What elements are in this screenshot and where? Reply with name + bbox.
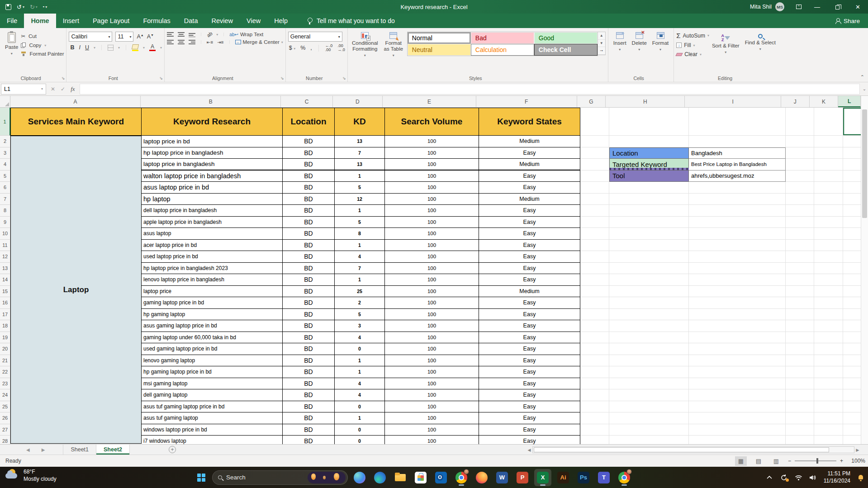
grid-cell[interactable]: asus gaming laptop price in bd [142,320,283,332]
photoshop-taskbar-icon[interactable]: Ps [575,469,592,486]
grid-cell[interactable]: Easy [479,436,580,444]
empty-cell[interactable] [786,263,814,275]
grid-cell[interactable]: 3 [335,320,385,332]
customize-qat-button[interactable]: ⹀▾ [43,4,47,9]
empty-cell[interactable] [689,228,786,240]
teams-taskbar-icon[interactable]: T [595,469,612,486]
row-header-5[interactable]: 5 [0,171,10,182]
empty-cell[interactable] [786,412,814,424]
grid-cell[interactable]: 100 [385,263,479,275]
autosum-button[interactable]: ΣAutoSum▾ [676,32,709,39]
grid-cell[interactable]: BD [283,240,335,251]
grid-cell[interactable]: Medium [479,286,580,298]
empty-cell[interactable] [580,194,609,205]
grid-cell[interactable]: Easy [479,412,580,424]
empty-cell[interactable] [609,343,689,355]
row-header-17[interactable]: 17 [0,309,10,321]
empty-cell[interactable] [609,355,689,367]
grid-cell[interactable]: i7 windows laptop [142,436,283,444]
sheet-tab-sheet1[interactable]: Sheet1 [63,445,96,455]
empty-cell[interactable] [843,251,861,263]
cancel-icon[interactable]: ✕ [51,86,55,92]
row-header-18[interactable]: 18 [0,320,10,332]
zoom-slider-thumb[interactable] [816,458,818,464]
row-header-7[interactable]: 7 [0,194,10,205]
empty-cell[interactable] [786,424,814,436]
empty-cell[interactable] [609,217,689,228]
empty-cell[interactable] [786,320,814,332]
grid-cell[interactable]: Easy [479,424,580,436]
grid-cell[interactable]: BD [283,136,335,147]
empty-cell[interactable] [580,205,609,217]
grid-cell[interactable]: BD [283,309,335,321]
empty-cell[interactable] [580,366,609,378]
empty-cell[interactable] [814,217,843,228]
tab-home[interactable]: Home [24,14,56,28]
grid-cell[interactable]: 13 [335,136,385,147]
empty-cell[interactable] [843,309,861,321]
empty-cell[interactable] [609,194,689,205]
start-button[interactable] [194,470,209,485]
taskbar-clock[interactable]: 11:51 PM 11/16/2024 [824,470,850,484]
font-size-select[interactable]: 11▾ [115,32,133,42]
delete-cells-button[interactable]: Delete▾ [629,30,650,53]
grid-cell[interactable]: hp laptop [142,194,283,205]
column-header-K[interactable]: K [810,96,839,107]
header-cell-C1[interactable]: Location [283,108,335,136]
grid-cell[interactable]: BD [283,424,335,436]
row-header-15[interactable]: 15 [0,286,10,298]
side-label-location[interactable]: Location [609,147,689,159]
empty-cell[interactable] [580,401,609,413]
grid-cell[interactable]: 100 [385,436,479,444]
empty-cell[interactable] [609,286,689,298]
empty-cell[interactable] [689,286,786,298]
row-header-1[interactable]: 1 [0,108,10,136]
row-header-2[interactable]: 2 [0,136,10,147]
zoom-in-button[interactable]: + [840,458,843,464]
row-header-14[interactable]: 14 [0,274,10,286]
empty-cell[interactable] [580,147,609,159]
empty-cell[interactable] [786,240,814,251]
grid-cell[interactable]: Easy [479,240,580,251]
empty-cell[interactable] [689,274,786,286]
redo-button[interactable]: ↻▾ [30,4,38,10]
empty-cell[interactable] [814,424,843,436]
store-taskbar-icon[interactable] [412,469,429,486]
grid-cell[interactable]: hp laptop price in bangladesh 2023 [142,263,283,275]
number-dialog-launcher[interactable]: ⇘ [342,76,346,81]
grid-cell[interactable]: asus tuf gaming laptop price in bd [142,401,283,413]
empty-cell[interactable] [580,136,609,147]
grid-cell[interactable]: 100 [385,355,479,367]
empty-cell[interactable] [609,274,689,286]
grid-cell[interactable]: 1 [335,412,385,424]
font-color-button[interactable]: A [149,44,156,51]
row-header-13[interactable]: 13 [0,263,10,275]
copy-button[interactable]: Copy ▾ [21,43,64,48]
cell-style-neutral[interactable]: Neutral [408,44,471,56]
empty-cell[interactable] [814,136,843,147]
spreadsheet-grid[interactable]: 1Services Main KeywordKeyword ResearchLo… [0,108,861,444]
hscroll-left-icon[interactable]: ◀ [526,448,532,452]
empty-cell[interactable] [786,297,814,309]
grid-cell[interactable]: 100 [385,309,479,321]
empty-cell[interactable] [786,194,814,205]
hscroll-right-icon[interactable]: ▶ [854,448,861,452]
empty-cell[interactable] [786,401,814,413]
empty-cell[interactable] [689,355,786,367]
column-header-A[interactable]: A [10,96,141,107]
row-header-8[interactable]: 8 [0,205,10,217]
grid-cell[interactable]: apple laptop price in bangladesh [142,217,283,228]
tab-file[interactable]: File [0,14,24,28]
grid-cell[interactable]: BD [283,205,335,217]
word-taskbar-icon[interactable]: W [493,469,511,486]
empty-cell[interactable] [609,228,689,240]
header-cell-B1[interactable]: Keyword Research [142,108,283,136]
column-header-F[interactable]: F [476,96,577,107]
grid-cell[interactable]: 4 [335,332,385,344]
grid-cell[interactable]: 100 [385,320,479,332]
copilot-taskbar-icon[interactable] [351,469,368,486]
grid-cell[interactable]: 100 [385,217,479,228]
empty-cell[interactable] [843,159,861,171]
italic-button[interactable]: I [79,44,81,51]
grid-cell[interactable]: Easy [479,217,580,228]
